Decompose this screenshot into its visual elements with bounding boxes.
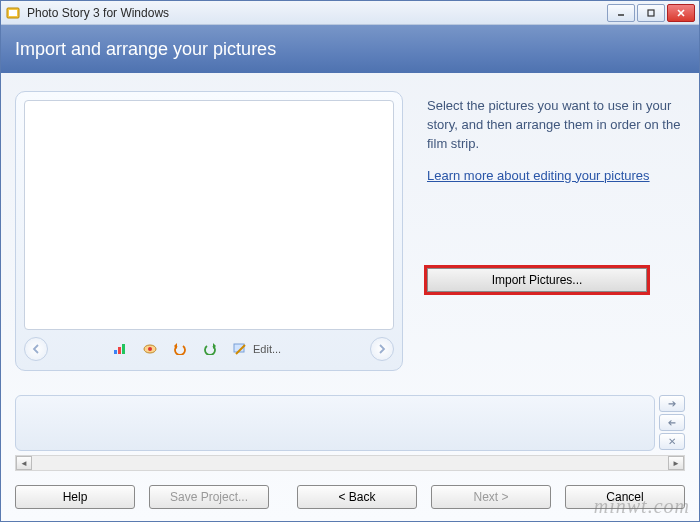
delete-icon: ✕ bbox=[668, 436, 676, 447]
titlebar: Photo Story 3 for Windows bbox=[1, 1, 699, 25]
cancel-button[interactable]: Cancel bbox=[565, 485, 685, 509]
maximize-button[interactable] bbox=[637, 4, 665, 22]
filmstrip-order-controls: ➔ ➔ ✕ bbox=[659, 395, 685, 451]
chevron-right-icon bbox=[377, 344, 387, 354]
delete-picture-button[interactable]: ✕ bbox=[659, 433, 685, 450]
next-button[interactable]: Next > bbox=[431, 485, 551, 509]
back-button[interactable]: < Back bbox=[297, 485, 417, 509]
red-eye-button[interactable] bbox=[136, 336, 164, 362]
window-title: Photo Story 3 for Windows bbox=[27, 6, 607, 20]
edit-toolbar: Edit... bbox=[24, 336, 394, 362]
rotate-right-button[interactable] bbox=[196, 336, 224, 362]
scroll-left-button[interactable]: ◄ bbox=[16, 456, 32, 470]
move-left-button[interactable]: ➔ bbox=[659, 414, 685, 431]
correct-color-button[interactable] bbox=[106, 336, 134, 362]
svg-rect-8 bbox=[122, 344, 125, 354]
learn-more-link[interactable]: Learn more about editing your pictures bbox=[427, 168, 650, 183]
filmstrip[interactable] bbox=[15, 395, 655, 451]
content-area: Edit... Select the pictures you want to … bbox=[1, 73, 699, 477]
minimize-button[interactable] bbox=[607, 4, 635, 22]
preview-panel: Edit... bbox=[15, 91, 403, 371]
rotate-cw-icon bbox=[200, 339, 220, 359]
help-button[interactable]: Help bbox=[15, 485, 135, 509]
arrow-left-icon: ➔ bbox=[668, 417, 676, 428]
svg-rect-7 bbox=[118, 347, 121, 354]
svg-rect-6 bbox=[114, 350, 117, 354]
app-icon bbox=[5, 5, 21, 21]
rotate-left-button[interactable] bbox=[166, 336, 194, 362]
picture-preview bbox=[24, 100, 394, 330]
filmstrip-scrollbar[interactable]: ◄ ► bbox=[15, 455, 685, 471]
wizard-footer: Help Save Project... < Back Next > Cance… bbox=[1, 477, 699, 521]
prev-picture-button[interactable] bbox=[24, 337, 48, 361]
triangle-right-icon: ► bbox=[672, 459, 680, 468]
color-levels-icon bbox=[110, 339, 130, 359]
wizard-header: Import and arrange your pictures bbox=[1, 25, 699, 73]
page-heading: Import and arrange your pictures bbox=[15, 39, 276, 60]
edit-button-label: Edit... bbox=[253, 343, 281, 355]
chevron-left-icon bbox=[31, 344, 41, 354]
svg-rect-3 bbox=[648, 10, 654, 16]
save-project-button[interactable]: Save Project... bbox=[149, 485, 269, 509]
close-button[interactable] bbox=[667, 4, 695, 22]
triangle-left-icon: ◄ bbox=[20, 459, 28, 468]
arrow-right-icon: ➔ bbox=[668, 398, 676, 409]
next-picture-button[interactable] bbox=[370, 337, 394, 361]
rotate-ccw-icon bbox=[170, 339, 190, 359]
svg-point-10 bbox=[148, 347, 152, 351]
move-right-button[interactable]: ➔ bbox=[659, 395, 685, 412]
instructions-column: Select the pictures you want to use in y… bbox=[427, 91, 685, 371]
instruction-text: Select the pictures you want to use in y… bbox=[427, 97, 685, 154]
edit-button[interactable]: Edit... bbox=[226, 336, 336, 362]
window-controls bbox=[607, 4, 695, 22]
filmstrip-area: ➔ ➔ ✕ bbox=[15, 395, 685, 451]
wizard-window: Photo Story 3 for Windows Import and arr… bbox=[0, 0, 700, 522]
edit-icon bbox=[230, 339, 250, 359]
svg-rect-1 bbox=[9, 10, 17, 16]
scroll-right-button[interactable]: ► bbox=[668, 456, 684, 470]
red-eye-icon bbox=[140, 339, 160, 359]
import-pictures-button[interactable]: Import Pictures... bbox=[427, 268, 647, 292]
